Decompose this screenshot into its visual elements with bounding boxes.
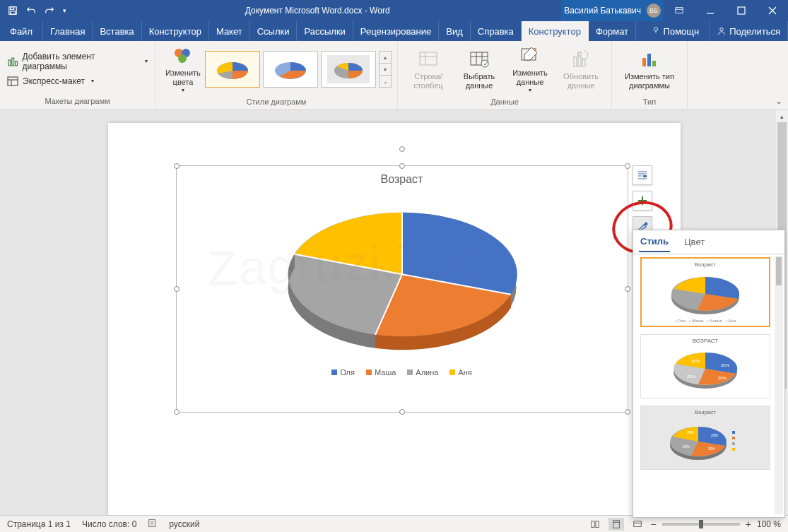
svg-rect-5 bbox=[738, 7, 745, 14]
resize-handle[interactable] bbox=[174, 286, 180, 292]
select-data-button[interactable]: Выбрать данные bbox=[454, 42, 504, 96]
chart-title[interactable]: Возраст bbox=[177, 166, 628, 186]
style-tab-style[interactable]: Стиль bbox=[639, 232, 670, 252]
svg-rect-63 bbox=[732, 442, 735, 445]
svg-rect-1 bbox=[11, 7, 14, 10]
tab-layout[interactable]: Макет bbox=[209, 21, 250, 41]
chart-style-2[interactable] bbox=[263, 51, 318, 88]
gallery-scroll[interactable]: ▴▾⌄ bbox=[379, 51, 392, 88]
add-chart-element-button[interactable]: Добавить элемент диаграммы▾ bbox=[7, 50, 148, 73]
resize-handle[interactable] bbox=[174, 409, 180, 415]
style-option-1[interactable]: Возраст • Оля • Маша • Алина • Аня bbox=[640, 257, 770, 327]
zoom-in-button[interactable]: + bbox=[746, 519, 751, 530]
user-avatar: ВБ bbox=[647, 4, 661, 18]
document-title: Документ Microsoft Word.docx - Word bbox=[73, 6, 561, 16]
close-button[interactable] bbox=[757, 0, 788, 21]
tab-help[interactable]: Справка bbox=[471, 21, 522, 41]
tab-share[interactable]: Поделиться bbox=[710, 21, 788, 41]
tab-home[interactable]: Главная bbox=[43, 21, 93, 41]
maximize-button[interactable] bbox=[726, 0, 757, 21]
resize-handle[interactable] bbox=[399, 409, 405, 415]
status-language[interactable]: русский bbox=[169, 519, 199, 529]
chart-style-3[interactable] bbox=[321, 51, 376, 88]
chart-style-pane: Стиль Цвет Возраст • Оля • Маша • Алина … bbox=[633, 230, 785, 518]
svg-rect-32 bbox=[574, 57, 577, 66]
resize-handle[interactable] bbox=[625, 163, 630, 169]
view-read-button[interactable] bbox=[587, 518, 603, 531]
status-words[interactable]: Число слов: 0 bbox=[82, 519, 136, 529]
chart-styles-gallery: ▴▾⌄ bbox=[205, 51, 392, 88]
change-colors-button[interactable]: Изменить цвета▾ bbox=[161, 42, 205, 96]
tab-format[interactable]: Формат bbox=[589, 21, 636, 41]
svg-text:20%: 20% bbox=[687, 430, 695, 435]
save-button[interactable] bbox=[4, 1, 21, 20]
svg-text:20%: 20% bbox=[691, 359, 700, 363]
collapse-ribbon-button[interactable]: ⌄ bbox=[775, 96, 782, 106]
tab-view[interactable]: Вид bbox=[439, 21, 471, 41]
chart-style-1[interactable] bbox=[205, 51, 260, 88]
layout-options-button[interactable] bbox=[633, 165, 652, 185]
group-type: Изменить тип диаграммы Тип bbox=[612, 41, 688, 110]
titlebar: ▾ Документ Microsoft Word.docx - Word Ва… bbox=[0, 0, 788, 21]
user-area[interactable]: Василий Батькавич ВБ bbox=[561, 0, 664, 21]
legend-item[interactable]: Оля bbox=[331, 368, 355, 377]
tab-insert[interactable]: Вставка bbox=[93, 21, 141, 41]
group-label-data: Данные bbox=[398, 97, 611, 110]
style-option-3[interactable]: Возраст 25%30%25%20% bbox=[640, 406, 770, 470]
resize-handle[interactable] bbox=[399, 163, 405, 169]
zoom-slider[interactable] bbox=[662, 523, 740, 526]
pie-chart[interactable] bbox=[268, 193, 536, 362]
svg-rect-44 bbox=[643, 175, 647, 177]
svg-rect-33 bbox=[578, 52, 581, 66]
zoom-level[interactable]: 100 % bbox=[757, 519, 781, 529]
qat-customize-button[interactable]: ▾ bbox=[59, 1, 69, 20]
svg-rect-35 bbox=[642, 58, 646, 66]
view-print-button[interactable] bbox=[608, 518, 624, 531]
svg-rect-64 bbox=[732, 448, 735, 451]
view-web-button[interactable] bbox=[630, 518, 645, 531]
tab-designer[interactable]: Конструктор bbox=[142, 21, 209, 41]
chart-object[interactable]: Возраст bbox=[176, 165, 628, 413]
svg-rect-34 bbox=[582, 59, 585, 66]
tab-file[interactable]: Файл bbox=[0, 21, 43, 41]
svg-text:30%: 30% bbox=[718, 376, 727, 380]
resize-handle[interactable] bbox=[625, 409, 630, 415]
svg-text:25%: 25% bbox=[721, 363, 730, 367]
tab-chart-design[interactable]: Конструктор bbox=[522, 21, 589, 41]
style-option-2[interactable]: ВОЗРАСТ 25%30%25%20% bbox=[640, 334, 770, 398]
tab-tell-me[interactable]: Помощн bbox=[641, 21, 710, 41]
svg-text:30%: 30% bbox=[708, 447, 716, 451]
zoom-out-button[interactable]: − bbox=[651, 519, 657, 530]
group-chart-layouts: Добавить элемент диаграммы▾ Экспресс-мак… bbox=[0, 41, 155, 110]
svg-text:25%: 25% bbox=[711, 433, 719, 437]
legend-item[interactable]: Аня bbox=[449, 368, 471, 377]
legend-item[interactable]: Алина bbox=[407, 368, 438, 377]
svg-rect-12 bbox=[16, 61, 18, 66]
edit-data-button[interactable]: Изменить данные▾ bbox=[505, 42, 555, 96]
chart-elements-button[interactable] bbox=[633, 191, 652, 211]
ribbon-display-button[interactable] bbox=[664, 0, 695, 21]
tab-mailings[interactable]: Рассылки bbox=[297, 21, 353, 41]
svg-rect-2 bbox=[11, 11, 16, 14]
redo-button[interactable] bbox=[41, 1, 58, 20]
svg-point-30 bbox=[481, 60, 488, 67]
tab-review[interactable]: Рецензирование bbox=[353, 21, 439, 41]
switch-row-column-button: Строка/ столбец bbox=[404, 42, 453, 96]
legend-item[interactable]: Маша bbox=[366, 368, 396, 377]
chart-legend[interactable]: Оля Маша Алина Аня bbox=[177, 368, 628, 377]
quick-layout-button[interactable]: Экспресс-макет▾ bbox=[7, 74, 94, 88]
tab-references[interactable]: Ссылки bbox=[250, 21, 298, 41]
page[interactable]: Возраст bbox=[108, 123, 681, 519]
status-spellcheck-icon[interactable] bbox=[148, 518, 158, 530]
resize-handle[interactable] bbox=[625, 286, 630, 292]
change-chart-type-button[interactable]: Изменить тип диаграммы bbox=[618, 42, 681, 96]
rotate-handle[interactable] bbox=[399, 146, 405, 152]
status-page[interactable]: Страница 1 из 1 bbox=[7, 519, 71, 529]
style-pane-scrollbar[interactable] bbox=[775, 256, 783, 514]
undo-button[interactable] bbox=[23, 1, 40, 20]
resize-handle[interactable] bbox=[174, 163, 180, 169]
minimize-button[interactable] bbox=[695, 0, 726, 21]
style-tab-color[interactable]: Цвет bbox=[683, 232, 706, 252]
refresh-data-button: Обновить данные bbox=[556, 42, 606, 96]
ribbon-tabs: Файл Главная Вставка Конструктор Макет С… bbox=[0, 21, 788, 41]
